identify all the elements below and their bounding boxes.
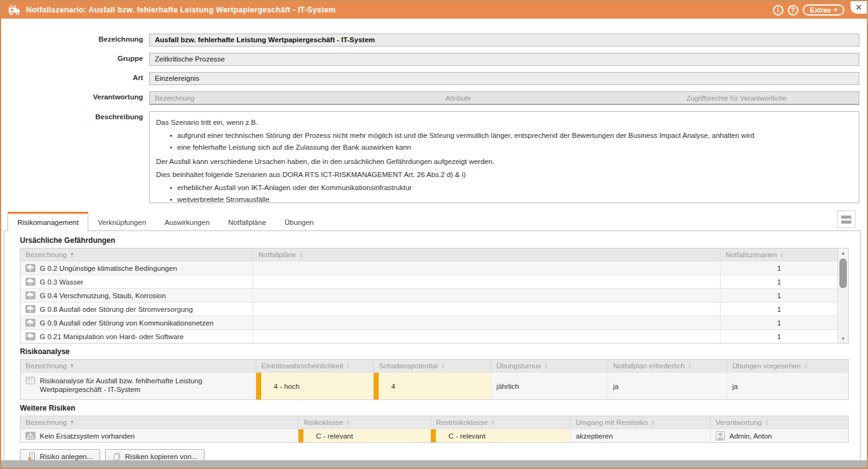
col-notfallplaene[interactable]: Notfallpläne ▲▼: [253, 248, 721, 261]
col-bezeichnung[interactable]: Bezeichnung ▲▼: [21, 416, 298, 429]
tab-uebungen[interactable]: Übungen: [275, 214, 323, 230]
ambulance-icon: [7, 5, 21, 16]
rating-cell-restrisikoklasse: C - relevant: [431, 429, 571, 442]
tab-strip: Risikomanagement Verknüpfungen Auswirkun…: [4, 211, 861, 231]
list-view-button[interactable]: [837, 211, 856, 228]
new-document-icon: [27, 452, 36, 461]
close-button[interactable]: ✕: [851, 1, 867, 14]
sort-icons: ▲▼: [765, 419, 769, 426]
table-row[interactable]: G 0.4 Verschmutzung, Staub, Korrosion 1: [21, 288, 838, 302]
risiko-row[interactable]: Kein Ersatzsystem vorhanden C - relevant…: [21, 429, 848, 442]
sort-icons: ▲▼: [780, 252, 784, 258]
desc-bullet: eine fehlerhafte Leistung sich auf die Z…: [170, 143, 852, 152]
verantwortung-table-header[interactable]: Bezeichnung Attribute Zugriffsrechte für…: [149, 91, 859, 105]
caret-down-icon: ▾: [834, 7, 837, 13]
section-title-gefaehrdungen: Ursächliche Gefährdungen: [20, 236, 849, 245]
desc-paragraph: Der Ausfall kann verschiedene Ursachen h…: [156, 157, 852, 166]
table-row[interactable]: G 0.2 Ungünstige klimatische Bedingungen…: [21, 261, 838, 275]
col-eintrittswahrscheinlichkeit[interactable]: Eintrittswahrscheinlichkeit ▲▼: [256, 360, 374, 372]
tab-risikomanagement[interactable]: Risikomanagement: [7, 212, 88, 231]
col-risikoklasse[interactable]: Risikoklasse ▲▼: [298, 416, 431, 429]
tab-auswirkungen[interactable]: Auswirkungen: [155, 214, 219, 230]
col-notfallplan-erforderlich[interactable]: Notfallplan erforderlich ▲▼: [608, 360, 727, 372]
col-verantwortung[interactable]: Verantwortung ▲▼: [711, 416, 848, 429]
sort-icons: ▲▼: [651, 419, 655, 426]
hazard-icon: [25, 319, 35, 327]
sort-icons: ▲▼: [491, 419, 494, 426]
rating-bar: [431, 429, 436, 442]
sort-icons: ▲▼: [544, 363, 548, 369]
beschreibung-label: Beschreibung: [1, 111, 149, 203]
col-bezeichnung[interactable]: Bezeichnung ▲▼: [21, 248, 253, 261]
resp-col-zugriffsrechte: Zugriffsrechte für Verantwortliche: [681, 94, 859, 102]
hazard-icon: [25, 264, 35, 272]
resp-col-bezeichnung: Bezeichnung: [150, 94, 440, 102]
resp-col-attribute: Attribute: [440, 94, 681, 102]
sort-icons: ▲▼: [299, 252, 303, 258]
beschreibung-textarea[interactable]: Das Szenario tritt ein, wenn z.B. aufgru…: [149, 111, 859, 203]
col-notfallszenarien[interactable]: Notfallszenarien ▲▼: [721, 248, 838, 261]
desc-bullet-list-b: erheblicher Ausfall von IKT-Anlagen oder…: [156, 183, 852, 203]
copy-icon: [113, 452, 121, 461]
rating-cell-schaden: 4: [374, 373, 491, 399]
scroll-up-icon[interactable]: ▲: [838, 248, 848, 257]
sort-icons: ▲▼: [70, 419, 74, 426]
art-input[interactable]: Einzelereignis: [149, 72, 859, 85]
gefaehrdungen-table: Bezeichnung ▲▼ Notfallpläne ▲▼ Notfallsz…: [20, 248, 849, 344]
desc-bullet: aufgrund einer technischen Störung der P…: [170, 131, 852, 140]
window-title: Notfallszenario: Ausfall bzw. fehlerhaft…: [26, 6, 336, 14]
table-row[interactable]: G 0.8 Ausfall oder Störung der Stromvers…: [21, 302, 838, 316]
bezeichnung-label: Bezeichnung: [1, 34, 149, 47]
app-window: Notfallszenario: Ausfall bzw. fehlerhaft…: [0, 0, 868, 469]
bezeichnung-input[interactable]: Ausfall bzw. fehlerhafte Leistung Wertpa…: [149, 34, 859, 47]
hazard-icon: [25, 305, 35, 313]
risikoanalyse-row[interactable]: Risikoanalyse für Ausfall bzw. fehlherha…: [21, 372, 848, 399]
sort-icons: ▲▼: [346, 419, 350, 426]
col-umgang-restrisiko[interactable]: Umgang mit Restrisiko ▲▼: [571, 416, 711, 429]
help-button[interactable]: ?: [788, 5, 798, 16]
section-title-risikoanalyse: Risikoanalyse: [20, 347, 849, 356]
person-icon: [716, 431, 725, 440]
tab-verknuepfungen[interactable]: Verknüpfungen: [88, 214, 155, 230]
table-row[interactable]: G 0.9 Ausfall oder Störung von Kommunika…: [21, 316, 838, 329]
col-schadenspotential[interactable]: Schadenspotential ▲▼: [374, 360, 491, 372]
bottom-status-bar: [1, 460, 867, 468]
sort-icons: ▲▼: [688, 363, 691, 369]
sort-icons: ▲▼: [70, 252, 74, 258]
sort-icons: ▲▼: [804, 363, 808, 369]
table-row[interactable]: G 0.3 Wasser 1: [21, 275, 838, 288]
gefaehrdungen-header: Bezeichnung ▲▼ Notfallpläne ▲▼ Notfallsz…: [21, 248, 838, 261]
info-button[interactable]: i: [773, 5, 783, 16]
risikoanalyse-header: Bezeichnung ▲▼ Eintrittswahrscheinlichke…: [21, 360, 848, 372]
scenario-form: Bezeichnung Ausfall bzw. fehlerhafte Lei…: [1, 19, 867, 203]
col-bezeichnung[interactable]: Bezeichnung ▲▼: [21, 360, 256, 372]
gruppe-input[interactable]: Zeitkritische Prozesse: [149, 53, 859, 66]
verantwortung-label: Verantwortung: [1, 91, 149, 105]
titlebar-actions: i ? Extras ▾: [773, 4, 844, 16]
section-title-weitere-risiken: Weitere Risiken: [20, 404, 849, 412]
table-row[interactable]: G 0.21 Manipulation von Hard- oder Softw…: [21, 329, 838, 343]
scrollbar-thumb[interactable]: [839, 258, 847, 288]
desc-bullet: weitverbreitete Stromausfälle: [170, 195, 852, 203]
col-uebungsturnus[interactable]: Übungsturnus ▲▼: [491, 360, 608, 372]
desc-intro: Das Szenario tritt ein, wenn z.B.: [156, 118, 852, 127]
sort-icons: ▲▼: [346, 363, 350, 369]
col-uebungen-vorgesehen[interactable]: Übungen vorgesehen ▲▼: [727, 360, 848, 372]
desc-bullet: erheblicher Ausfall von IKT-Anlagen oder…: [170, 183, 852, 193]
hazard-icon: [25, 332, 35, 340]
hazard-icon: [25, 291, 35, 299]
scrollbar-track[interactable]: [838, 257, 848, 334]
col-restrisikoklasse[interactable]: Restrisikoklasse ▲▼: [431, 416, 571, 429]
extras-button[interactable]: Extras ▾: [803, 4, 844, 16]
desc-paragraph: Dies beinhaltet folgende Szenarien aus D…: [156, 170, 852, 180]
extras-label: Extras: [810, 6, 831, 14]
chart-icon: [25, 376, 35, 385]
tab-notfallplaene[interactable]: Notfallpläne: [219, 214, 275, 230]
warning-icon: [25, 432, 35, 440]
hazard-icon: [25, 278, 35, 286]
desc-bullet-list-a: aufgrund einer technischen Störung der P…: [156, 131, 852, 152]
table-scrollbar[interactable]: ▲ ▼: [838, 248, 848, 343]
weitere-risiken-table: Bezeichnung ▲▼ Risikoklasse ▲▼ Restrisik…: [20, 416, 849, 443]
scroll-down-icon[interactable]: ▼: [838, 334, 848, 343]
art-label: Art: [1, 72, 149, 85]
